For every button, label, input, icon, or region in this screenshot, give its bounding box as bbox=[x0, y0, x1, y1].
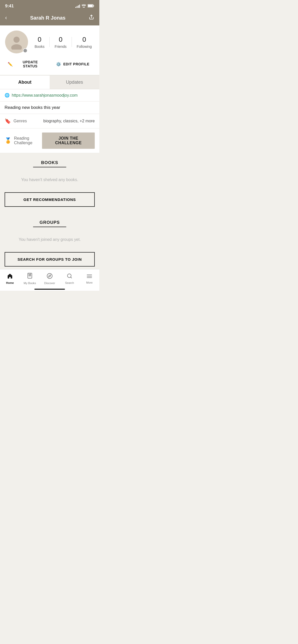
stats-row: 0 Books 0 Friends 0 Following bbox=[32, 36, 94, 49]
svg-marker-10 bbox=[49, 275, 51, 277]
avatar-status-dot bbox=[23, 48, 28, 53]
tab-about[interactable]: About bbox=[0, 76, 50, 89]
search-groups-button[interactable]: SEARCH FOR GROUPS TO JOIN bbox=[5, 252, 95, 267]
search-icon bbox=[67, 273, 72, 280]
tab-updates[interactable]: Updates bbox=[50, 76, 99, 89]
reading-challenge-label: Reading Challenge bbox=[14, 136, 42, 145]
more-icon bbox=[87, 273, 92, 280]
groups-underline bbox=[33, 227, 66, 227]
website-link[interactable]: https://www.sarahjonasmoodjoy.com bbox=[12, 93, 77, 98]
status-time: 9:41 bbox=[5, 4, 14, 9]
groups-divider bbox=[0, 213, 99, 215]
discover-icon bbox=[47, 273, 53, 281]
my-books-icon bbox=[27, 273, 32, 281]
edit-profile-button[interactable]: ⚙️ EDIT PROFILE bbox=[51, 57, 94, 71]
signal-icon bbox=[75, 4, 80, 8]
profile-top: 0 Books 0 Friends 0 Following bbox=[5, 31, 94, 53]
avatar-container bbox=[5, 31, 28, 53]
search-label: Search bbox=[65, 281, 74, 284]
groups-header: GROUPS bbox=[0, 215, 99, 230]
profile-actions: ✏️ UPDATE STATUS ⚙️ EDIT PROFILE bbox=[5, 57, 94, 71]
home-icon bbox=[7, 273, 13, 280]
home-indicator bbox=[0, 287, 99, 291]
home-bar bbox=[34, 289, 65, 290]
discover-label: Discover bbox=[44, 282, 55, 285]
profile-tabs: About Updates bbox=[0, 75, 99, 89]
bookmark-icon: 🔖 bbox=[5, 118, 11, 124]
friends-label: Friends bbox=[55, 45, 67, 49]
nav-item-search[interactable]: Search bbox=[60, 272, 79, 285]
update-status-label: UPDATE STATUS bbox=[15, 60, 46, 68]
edit-profile-label: EDIT PROFILE bbox=[63, 62, 89, 66]
join-challenge-button[interactable]: JOIN THE CHALLENGE bbox=[42, 133, 95, 149]
page-title: Sarah R Jonas bbox=[30, 15, 65, 21]
nav-item-more[interactable]: More bbox=[79, 272, 99, 285]
following-label: Following bbox=[77, 45, 92, 49]
svg-point-5 bbox=[11, 44, 22, 50]
books-header: BOOKS bbox=[0, 155, 99, 170]
challenge-left: 🏅 Reading Challenge bbox=[5, 136, 42, 145]
books-section: BOOKS You haven't shelved any books. GET… bbox=[0, 155, 99, 207]
svg-rect-2 bbox=[88, 5, 93, 7]
bottom-nav: Home My Books Discover Sea bbox=[0, 269, 99, 287]
svg-point-9 bbox=[47, 273, 52, 279]
stat-books: 0 Books bbox=[35, 36, 45, 49]
gear-icon: ⚙️ bbox=[56, 62, 61, 67]
svg-rect-1 bbox=[93, 5, 94, 7]
bio-row: Reading new books this year bbox=[0, 101, 99, 114]
svg-point-4 bbox=[13, 37, 20, 43]
home-label: Home bbox=[6, 281, 14, 284]
stat-following: 0 Following bbox=[77, 36, 92, 49]
books-label: Books bbox=[35, 45, 45, 49]
books-count: 0 bbox=[38, 36, 41, 43]
stat-divider-2 bbox=[72, 37, 72, 47]
groups-title: GROUPS bbox=[0, 220, 99, 225]
nav-bar: ‹ Sarah R Jonas bbox=[0, 11, 99, 25]
more-label: More bbox=[86, 281, 92, 284]
status-icons bbox=[75, 4, 94, 8]
status-bar: 9:41 bbox=[0, 0, 99, 11]
books-underline bbox=[33, 167, 66, 167]
reading-challenge-row: 🏅 Reading Challenge JOIN THE CHALLENGE bbox=[0, 128, 99, 153]
back-button[interactable]: ‹ bbox=[5, 14, 7, 21]
svg-line-12 bbox=[71, 277, 72, 278]
following-count: 0 bbox=[82, 36, 86, 43]
bio-text: Reading new books this year bbox=[5, 105, 60, 110]
books-empty-message: You haven't shelved any books. bbox=[0, 170, 99, 190]
genres-left: 🔖 Genres bbox=[5, 118, 27, 124]
stat-divider-1 bbox=[49, 37, 50, 47]
website-row: 🌐 https://www.sarahjonasmoodjoy.com bbox=[0, 89, 99, 101]
medal-icon: 🏅 bbox=[5, 137, 11, 144]
groups-section: GROUPS You haven't joined any groups yet… bbox=[0, 215, 99, 267]
friends-count: 0 bbox=[59, 36, 62, 43]
groups-empty-message: You haven't joined any groups yet. bbox=[0, 230, 99, 250]
globe-icon: 🌐 bbox=[5, 93, 10, 98]
my-books-label: My Books bbox=[24, 282, 36, 285]
stat-friends: 0 Friends bbox=[55, 36, 67, 49]
genres-row: 🔖 Genres biography, classics, +2 more bbox=[0, 114, 99, 128]
update-status-button[interactable]: ✏️ UPDATE STATUS bbox=[5, 57, 48, 71]
pencil-icon: ✏️ bbox=[8, 62, 13, 67]
genres-value: biography, classics, +2 more bbox=[43, 119, 95, 123]
nav-item-home[interactable]: Home bbox=[0, 272, 20, 285]
about-content: 🌐 https://www.sarahjonasmoodjoy.com Read… bbox=[0, 89, 99, 153]
nav-item-discover[interactable]: Discover bbox=[40, 272, 60, 286]
genres-label: Genres bbox=[13, 119, 27, 123]
get-recommendations-button[interactable]: GET RECOMMENDATIONS bbox=[5, 192, 95, 207]
profile-section: 0 Books 0 Friends 0 Following ✏️ UPDATE … bbox=[0, 25, 99, 75]
nav-item-my-books[interactable]: My Books bbox=[20, 272, 40, 286]
books-divider bbox=[0, 153, 99, 155]
share-button[interactable] bbox=[89, 14, 94, 21]
battery-icon bbox=[88, 4, 94, 8]
books-title: BOOKS bbox=[0, 160, 99, 165]
wifi-icon bbox=[82, 4, 86, 8]
